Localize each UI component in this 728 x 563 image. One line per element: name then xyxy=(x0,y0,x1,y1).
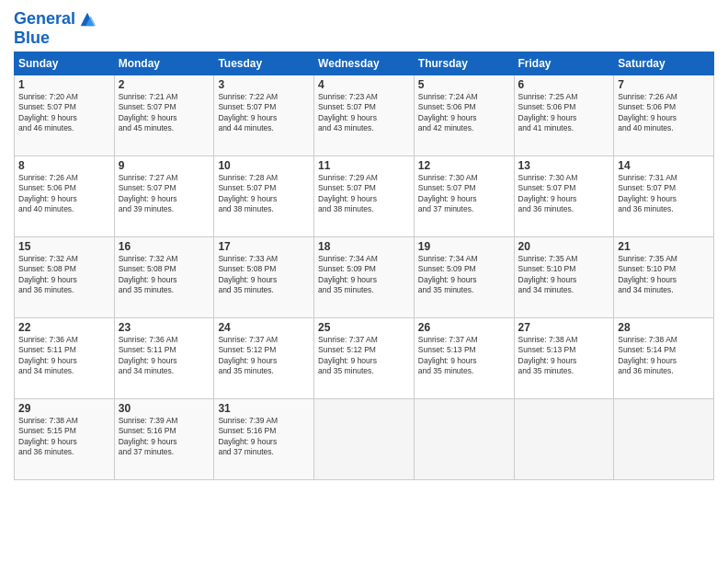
day-number: 14 xyxy=(618,159,710,172)
day-cell: 25Sunrise: 7:37 AM Sunset: 5:12 PM Dayli… xyxy=(314,317,415,398)
day-info: Sunrise: 7:39 AM Sunset: 5:16 PM Dayligh… xyxy=(119,416,210,458)
day-info: Sunrise: 7:35 AM Sunset: 5:10 PM Dayligh… xyxy=(618,254,710,296)
day-number: 8 xyxy=(18,159,110,172)
day-info: Sunrise: 7:27 AM Sunset: 5:07 PM Dayligh… xyxy=(119,173,210,215)
day-cell: 22Sunrise: 7:36 AM Sunset: 5:11 PM Dayli… xyxy=(15,317,115,398)
day-info: Sunrise: 7:36 AM Sunset: 5:11 PM Dayligh… xyxy=(119,335,210,377)
day-cell xyxy=(614,398,714,479)
day-info: Sunrise: 7:34 AM Sunset: 5:09 PM Dayligh… xyxy=(418,254,510,296)
day-info: Sunrise: 7:37 AM Sunset: 5:12 PM Dayligh… xyxy=(318,335,410,377)
logo-text: General xyxy=(14,10,75,29)
calendar-table: SundayMondayTuesdayWednesdayThursdayFrid… xyxy=(14,52,714,480)
day-cell: 4Sunrise: 7:23 AM Sunset: 5:07 PM Daylig… xyxy=(314,75,415,155)
day-cell xyxy=(414,398,514,479)
day-info: Sunrise: 7:38 AM Sunset: 5:14 PM Dayligh… xyxy=(618,335,710,377)
day-cell: 27Sunrise: 7:38 AM Sunset: 5:13 PM Dayli… xyxy=(514,317,614,398)
day-cell: 30Sunrise: 7:39 AM Sunset: 5:16 PM Dayli… xyxy=(114,398,214,479)
day-info: Sunrise: 7:34 AM Sunset: 5:09 PM Dayligh… xyxy=(318,254,410,296)
week-row-4: 22Sunrise: 7:36 AM Sunset: 5:11 PM Dayli… xyxy=(15,317,714,398)
day-number: 4 xyxy=(318,78,410,91)
day-number: 6 xyxy=(518,78,610,91)
day-info: Sunrise: 7:37 AM Sunset: 5:12 PM Dayligh… xyxy=(218,335,310,377)
day-cell: 1Sunrise: 7:20 AM Sunset: 5:07 PM Daylig… xyxy=(15,75,115,155)
day-info: Sunrise: 7:35 AM Sunset: 5:10 PM Dayligh… xyxy=(518,254,610,296)
day-cell: 12Sunrise: 7:30 AM Sunset: 5:07 PM Dayli… xyxy=(414,155,514,236)
day-number: 21 xyxy=(618,240,710,253)
day-number: 19 xyxy=(418,240,510,253)
day-info: Sunrise: 7:38 AM Sunset: 5:15 PM Dayligh… xyxy=(18,416,110,458)
day-info: Sunrise: 7:24 AM Sunset: 5:06 PM Dayligh… xyxy=(418,92,510,134)
day-number: 23 xyxy=(119,321,210,334)
day-number: 28 xyxy=(618,321,710,334)
day-number: 30 xyxy=(119,402,210,415)
day-cell: 28Sunrise: 7:38 AM Sunset: 5:14 PM Dayli… xyxy=(614,317,714,398)
day-cell: 2Sunrise: 7:21 AM Sunset: 5:07 PM Daylig… xyxy=(114,75,214,155)
day-cell: 9Sunrise: 7:27 AM Sunset: 5:07 PM Daylig… xyxy=(114,155,214,236)
day-info: Sunrise: 7:32 AM Sunset: 5:08 PM Dayligh… xyxy=(119,254,210,296)
day-cell: 18Sunrise: 7:34 AM Sunset: 5:09 PM Dayli… xyxy=(314,236,415,317)
day-number: 2 xyxy=(119,78,210,91)
day-cell: 19Sunrise: 7:34 AM Sunset: 5:09 PM Dayli… xyxy=(414,236,514,317)
day-cell: 3Sunrise: 7:22 AM Sunset: 5:07 PM Daylig… xyxy=(214,75,314,155)
week-row-5: 29Sunrise: 7:38 AM Sunset: 5:15 PM Dayli… xyxy=(15,398,714,479)
day-number: 26 xyxy=(418,321,510,334)
col-header-thursday: Thursday xyxy=(414,52,514,75)
day-cell xyxy=(514,398,614,479)
day-info: Sunrise: 7:37 AM Sunset: 5:13 PM Dayligh… xyxy=(418,335,510,377)
week-row-2: 8Sunrise: 7:26 AM Sunset: 5:06 PM Daylig… xyxy=(15,155,714,236)
day-info: Sunrise: 7:23 AM Sunset: 5:07 PM Dayligh… xyxy=(318,92,410,134)
day-cell: 7Sunrise: 7:26 AM Sunset: 5:06 PM Daylig… xyxy=(614,75,714,155)
day-cell: 13Sunrise: 7:30 AM Sunset: 5:07 PM Dayli… xyxy=(514,155,614,236)
day-number: 15 xyxy=(18,240,110,253)
day-info: Sunrise: 7:30 AM Sunset: 5:07 PM Dayligh… xyxy=(418,173,510,215)
day-cell: 14Sunrise: 7:31 AM Sunset: 5:07 PM Dayli… xyxy=(614,155,714,236)
day-info: Sunrise: 7:28 AM Sunset: 5:07 PM Dayligh… xyxy=(218,173,310,215)
col-header-saturday: Saturday xyxy=(614,52,714,75)
day-cell: 20Sunrise: 7:35 AM Sunset: 5:10 PM Dayli… xyxy=(514,236,614,317)
day-info: Sunrise: 7:29 AM Sunset: 5:07 PM Dayligh… xyxy=(318,173,410,215)
day-info: Sunrise: 7:36 AM Sunset: 5:11 PM Dayligh… xyxy=(18,335,110,377)
day-cell: 21Sunrise: 7:35 AM Sunset: 5:10 PM Dayli… xyxy=(614,236,714,317)
day-number: 25 xyxy=(318,321,410,334)
day-cell: 10Sunrise: 7:28 AM Sunset: 5:07 PM Dayli… xyxy=(214,155,314,236)
day-number: 24 xyxy=(218,321,310,334)
day-number: 12 xyxy=(418,159,510,172)
day-cell: 6Sunrise: 7:25 AM Sunset: 5:06 PM Daylig… xyxy=(514,75,614,155)
day-cell: 15Sunrise: 7:32 AM Sunset: 5:08 PM Dayli… xyxy=(15,236,115,317)
day-number: 5 xyxy=(418,78,510,91)
day-info: Sunrise: 7:21 AM Sunset: 5:07 PM Dayligh… xyxy=(119,92,210,134)
day-info: Sunrise: 7:39 AM Sunset: 5:16 PM Dayligh… xyxy=(218,416,310,458)
day-cell: 5Sunrise: 7:24 AM Sunset: 5:06 PM Daylig… xyxy=(414,75,514,155)
day-number: 20 xyxy=(518,240,610,253)
day-cell: 29Sunrise: 7:38 AM Sunset: 5:15 PM Dayli… xyxy=(15,398,115,479)
day-cell: 26Sunrise: 7:37 AM Sunset: 5:13 PM Dayli… xyxy=(414,317,514,398)
logo: General Blue xyxy=(14,9,97,48)
day-number: 27 xyxy=(518,321,610,334)
week-row-1: 1Sunrise: 7:20 AM Sunset: 5:07 PM Daylig… xyxy=(15,75,714,155)
day-number: 9 xyxy=(119,159,210,172)
day-cell: 11Sunrise: 7:29 AM Sunset: 5:07 PM Dayli… xyxy=(314,155,415,236)
col-header-tuesday: Tuesday xyxy=(214,52,314,75)
day-cell: 23Sunrise: 7:36 AM Sunset: 5:11 PM Dayli… xyxy=(114,317,214,398)
day-info: Sunrise: 7:26 AM Sunset: 5:06 PM Dayligh… xyxy=(18,173,110,215)
day-number: 22 xyxy=(18,321,110,334)
day-number: 10 xyxy=(218,159,310,172)
col-header-monday: Monday xyxy=(114,52,214,75)
day-number: 17 xyxy=(218,240,310,253)
day-number: 29 xyxy=(18,402,110,415)
col-header-wednesday: Wednesday xyxy=(314,52,415,75)
col-header-sunday: Sunday xyxy=(15,52,115,75)
day-info: Sunrise: 7:33 AM Sunset: 5:08 PM Dayligh… xyxy=(218,254,310,296)
day-number: 3 xyxy=(218,78,310,91)
day-number: 18 xyxy=(318,240,410,253)
day-number: 16 xyxy=(119,240,210,253)
day-info: Sunrise: 7:38 AM Sunset: 5:13 PM Dayligh… xyxy=(518,335,610,377)
day-cell: 31Sunrise: 7:39 AM Sunset: 5:16 PM Dayli… xyxy=(214,398,314,479)
col-header-friday: Friday xyxy=(514,52,614,75)
day-cell xyxy=(314,398,415,479)
day-number: 11 xyxy=(318,159,410,172)
day-info: Sunrise: 7:32 AM Sunset: 5:08 PM Dayligh… xyxy=(18,254,110,296)
day-number: 13 xyxy=(518,159,610,172)
day-info: Sunrise: 7:25 AM Sunset: 5:06 PM Dayligh… xyxy=(518,92,610,134)
day-info: Sunrise: 7:30 AM Sunset: 5:07 PM Dayligh… xyxy=(518,173,610,215)
